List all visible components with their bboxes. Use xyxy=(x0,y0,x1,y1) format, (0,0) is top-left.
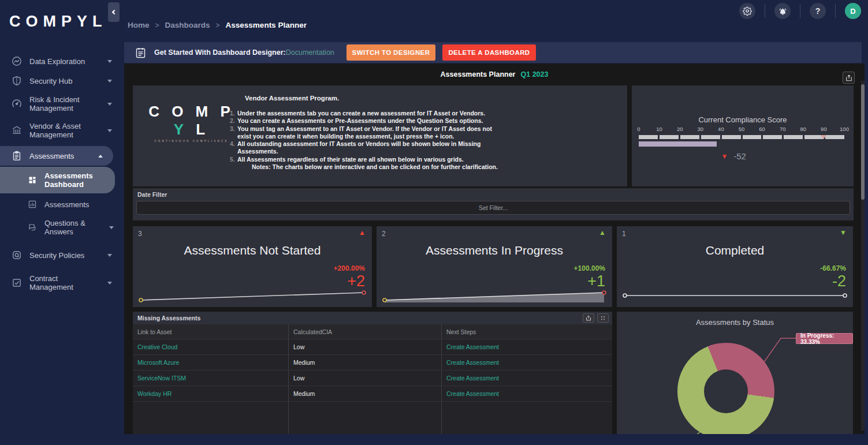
column-header[interactable]: Link to Asset xyxy=(133,324,289,339)
sparkline xyxy=(136,289,368,304)
info-title: Vendor Assessment Program. xyxy=(245,95,501,102)
sidebar-item-assessments-dashboard[interactable]: Assessments Dashboard xyxy=(0,167,115,193)
table-row: Workday HR Medium Create Assessment xyxy=(133,386,612,402)
chevron-down-icon xyxy=(107,80,112,83)
switch-to-designer-button[interactable]: SWITCH TO DESIGNER xyxy=(347,44,435,61)
list-item: 3. You must tag an Assessment to an IT A… xyxy=(230,125,501,141)
breadcrumb-separator: > xyxy=(155,21,159,29)
create-assessment-link[interactable]: Create Assessment xyxy=(442,355,612,370)
gauge-tick-labels: 0 10 20 30 40 50 60 70 80 90 100 xyxy=(639,126,844,133)
gauge-delta: ▼ -52 xyxy=(721,151,746,161)
status-donut[interactable] xyxy=(677,343,774,434)
info-text: Vendor Assessment Program. 1. Under the … xyxy=(230,95,501,171)
scrollbar-track[interactable] xyxy=(861,81,865,431)
trend-icon: ▲ xyxy=(359,229,366,237)
sidebar-item-label: Questions & Answers xyxy=(44,219,102,236)
kpi-card-not-started[interactable]: 3 ▲ Assessments Not Started +200.00% +2 xyxy=(133,226,372,307)
dashboard-period[interactable]: Q1 2023 xyxy=(520,70,548,78)
sidebar-item-label: Assessments Dashboard xyxy=(44,171,108,189)
breadcrumb-dashboards[interactable]: Dashboards xyxy=(165,21,210,29)
export-icon xyxy=(586,315,591,321)
info-panel: C O M P Y L CONTINUOUS COMPLIANCE Vendor… xyxy=(133,85,627,186)
kpi-percent: -66.67% xyxy=(820,264,846,272)
list-item: 1. Under the assessments tab you can cre… xyxy=(230,110,501,117)
table-export-button[interactable] xyxy=(583,313,594,323)
kpi-card-in-progress[interactable]: 2 ▲ Assessments In Progress +100.00% +1 xyxy=(377,226,612,307)
date-filter-panel: Date Filter Set Filter... xyxy=(133,188,854,220)
chat-bubbles-icon xyxy=(28,223,37,232)
chevron-down-icon xyxy=(107,60,112,63)
policy-badge-icon xyxy=(12,250,22,260)
question-icon: ? xyxy=(815,6,821,16)
gauge-target-marker xyxy=(821,135,826,139)
date-filter-label: Date Filter xyxy=(137,191,167,198)
column-header[interactable]: Next Steps xyxy=(442,324,612,339)
sidebar-item-questions-answers[interactable]: Questions & Answers xyxy=(0,214,124,241)
sidebar-item-vendor-asset[interactable]: Vendor & Asset Management xyxy=(0,117,124,144)
table-expand-button[interactable] xyxy=(597,313,609,323)
sparkline xyxy=(380,289,609,304)
cia-value: Medium xyxy=(289,386,442,401)
sidebar-collapse-button[interactable] xyxy=(108,2,120,22)
notifications-button[interactable] xyxy=(774,3,791,19)
export-icon xyxy=(845,74,852,81)
triangle-down-icon: ▼ xyxy=(721,152,728,160)
breadcrumb: Home > Dashboards > Assessments Planner xyxy=(128,21,307,29)
create-assessment-link[interactable]: Create Assessment xyxy=(442,371,612,386)
sidebar-item-contract-management[interactable]: Contract Management xyxy=(0,270,124,296)
chevron-down-icon xyxy=(107,129,112,132)
kpi-title: Assessments Not Started xyxy=(133,244,372,257)
table-row: ServiceNow ITSM Low Create Assessment xyxy=(133,371,612,386)
table-titlebar: Missing Assessments xyxy=(133,312,612,324)
sidebar-item-label: Assessments xyxy=(44,200,115,209)
kpi-card-completed[interactable]: 1 ▼ Completed -66.67% -2 xyxy=(617,226,853,307)
documentation-link[interactable]: Documentation xyxy=(286,48,334,57)
asset-link[interactable]: Creative Cloud xyxy=(133,339,289,354)
chevron-left-icon xyxy=(112,10,117,14)
banner-label: Get Started With Dashboard Designer: xyxy=(154,48,286,57)
dashboard-title: Assessments Planner xyxy=(441,70,516,78)
compyl-logo: C O M P Y L CONTINUOUS COMPLIANCE xyxy=(141,103,242,143)
shield-icon xyxy=(12,76,22,86)
designer-banner: Get Started With Dashboard Designer: Doc… xyxy=(124,42,862,63)
sidebar-item-assessments[interactable]: Assessments xyxy=(0,146,113,166)
asset-link[interactable]: Microsoft Azure xyxy=(133,355,289,370)
dashboard-header: Assessments Planner Q1 2023 xyxy=(124,63,865,85)
column-header[interactable]: CalculatedCIA xyxy=(289,324,442,339)
scrollbar-thumb[interactable] xyxy=(861,84,865,200)
kpi-count: 3 xyxy=(138,230,142,238)
compliance-gauge-panel: Current Compliance Score 0 10 20 30 40 5… xyxy=(632,85,854,186)
sidebar-item-security-policies[interactable]: Security Policies xyxy=(0,245,124,265)
sidebar-item-security-hub[interactable]: Security Hub xyxy=(0,71,124,91)
asset-link[interactable]: ServiceNow ITSM xyxy=(133,371,289,386)
sidebar-item-risk-incident[interactable]: Risk & Incident Management xyxy=(0,91,124,117)
delete-dashboard-button[interactable]: DELETE A DASHBOARD xyxy=(442,44,536,61)
kpi-percent: +100.00% xyxy=(574,264,605,272)
assessments-by-status-panel: Assessments by Status In Progress: 33.33… xyxy=(617,312,853,434)
settings-button[interactable] xyxy=(739,3,755,19)
user-avatar[interactable]: D xyxy=(845,3,861,19)
create-assessment-link[interactable]: Create Assessment xyxy=(442,386,612,401)
divider xyxy=(800,4,800,18)
sidebar-item-label: Contract Management xyxy=(29,274,100,291)
expand-dots-icon xyxy=(600,315,606,321)
list-item: 2. You can create a Assessments or Pre-A… xyxy=(230,117,501,125)
date-filter-input[interactable]: Set Filter... xyxy=(136,201,850,215)
dashboard-area: Assessments Planner Q1 2023 C O M P Y L … xyxy=(124,63,865,434)
trend-icon: ▼ xyxy=(840,229,847,237)
sidebar-item-data-exploration[interactable]: Data Exploration xyxy=(0,51,124,71)
asset-link[interactable]: Workday HR xyxy=(133,386,289,401)
create-assessment-link[interactable]: Create Assessment xyxy=(442,339,612,354)
trend-icon: ▲ xyxy=(599,229,606,237)
dashboard-export-button[interactable] xyxy=(843,72,855,84)
sidebar-item-assessments-list[interactable]: Assessments xyxy=(0,195,124,214)
list-item: 5. All Assessments regardless of their s… xyxy=(230,156,501,163)
risk-gauge-icon xyxy=(12,99,22,109)
table-header-row: Link to Asset CalculatedCIA Next Steps xyxy=(133,324,612,339)
gauge-scale: 0 10 20 30 40 50 60 70 80 90 100 ▼ -52 xyxy=(639,126,844,166)
help-button[interactable]: ? xyxy=(810,3,826,19)
cia-value: Low xyxy=(289,339,442,354)
breadcrumb-home[interactable]: Home xyxy=(128,21,150,29)
gauge-title: Current Compliance Score xyxy=(632,115,854,124)
sidebar-item-label: Security Hub xyxy=(29,77,100,85)
